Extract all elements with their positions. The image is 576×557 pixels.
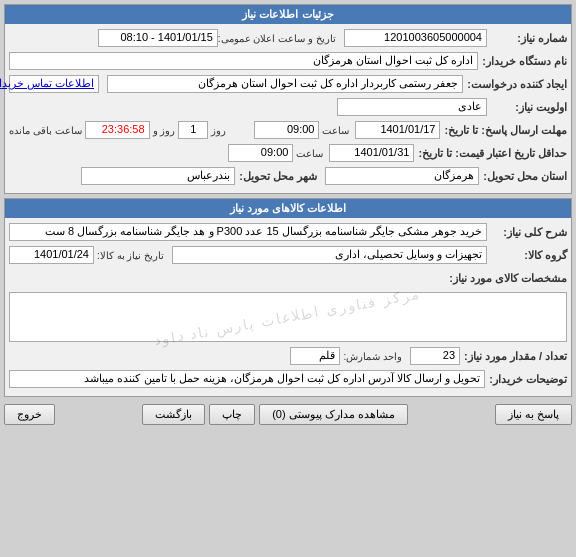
notes-row: توضیحات خریدار: تحویل و ارسال کالا آدرس … — [9, 369, 567, 389]
invoice-label: شماره نیاز: — [487, 32, 567, 45]
qty-row: تعداد / مقدار مورد نیاز: 23 واحد شمارش: … — [9, 346, 567, 366]
requester-label: نام دستگاه خریدار: — [478, 55, 567, 68]
priority-label: اولویت نیاز: — [487, 101, 567, 114]
send-to-row: حداقل تاریخ اعتبار قیمت: تا تاریخ: 1401/… — [9, 143, 567, 163]
request-origin-label: ایجاد کننده درخواست: — [463, 78, 567, 91]
goods-section: اطلاعات کالاهای مورد نیاز شرح کلی نیاز: … — [4, 198, 572, 397]
print-button[interactable]: چاپ — [209, 404, 255, 425]
top-section-header: جزئیات اطلاعات نیاز — [5, 5, 571, 24]
send-to-time: 09:00 — [228, 144, 293, 162]
goods-group-date-value: 1401/01/24 — [9, 246, 94, 264]
watermark-text: مرکز فناوری اطلاعات پارس ناد داود — [153, 286, 423, 349]
middle-buttons: مشاهده مدارک پیوستی (0) چاپ بازگشت — [142, 404, 408, 425]
delivery-city-value: بندرعباس — [81, 167, 235, 185]
notes-label: توضیحات خریدار: — [485, 373, 567, 386]
contact-info-link[interactable]: اطلاعات تماس خریدار — [9, 75, 99, 93]
send-to-label: حداقل تاریخ اعتبار قیمت: تا تاریخ: — [414, 147, 567, 160]
requester-row: نام دستگاه خریدار: اداره کل ثبت احوال اس… — [9, 51, 567, 71]
send-from-label: مهلت ارسال پاسخ: تا تاریخ: — [440, 124, 567, 137]
unit-label: واحد شمارش: — [343, 351, 402, 362]
priority-value: عادی — [337, 98, 487, 116]
goods-type-row: شرح کلی نیاز: خرید جوهر مشکی جایگر شناسن… — [9, 222, 567, 242]
goods-section-body: شرح کلی نیاز: خرید جوهر مشکی جایگر شناسن… — [5, 218, 571, 396]
delivery-state-label: استان محل تحویل: — [479, 170, 567, 183]
send-to-time-label: ساعت — [296, 148, 323, 159]
request-origin-row: ایجاد کننده درخواست: جعفر رستمی کاربردار… — [9, 74, 567, 94]
goods-section-header: اطلاعات کالاهای مورد نیاز — [5, 199, 571, 218]
date-value: 1401/01/15 - 08:10 — [98, 29, 218, 47]
top-section-body: شماره نیاز: 1201003605000004 تاریخ و ساع… — [5, 24, 571, 193]
date-label: تاریخ و ساعت اعلان عمومی: — [218, 33, 336, 44]
unit-value: قلم — [290, 347, 340, 365]
requester-value: اداره کل ثبت احوال استان هرمزگان — [9, 52, 478, 70]
delivery-city-label: شهر محل تحویل: — [235, 170, 317, 183]
goods-group-label: گروه کالا: — [487, 249, 567, 262]
request-origin-value: جعفر رستمی کاربردار اداره کل ثبت احوال ا… — [107, 75, 463, 93]
invoice-row: شماره نیاز: 1201003605000004 تاریخ و ساع… — [9, 28, 567, 48]
remaining-time-label: روز و — [153, 125, 176, 136]
notes-value: تحویل و ارسال کالا آدرس اداره کل ثبت احو… — [9, 370, 485, 388]
send-from-time: 09:00 — [254, 121, 319, 139]
qty-value: 23 — [410, 347, 460, 365]
delivery-row: استان محل تحویل: هرمزگان شهر محل تحویل: … — [9, 166, 567, 186]
delivery-state-value: هرمزگان — [325, 167, 479, 185]
main-container: جزئیات اطلاعات نیاز شماره نیاز: 12010036… — [0, 0, 576, 432]
answer-button[interactable]: پاسخ به نیاز — [495, 404, 572, 425]
goods-group-row: گروه کالا: تجهیزات و وسایل تحصیلی، اداری… — [9, 245, 567, 265]
goods-detail-label: مشخصات کالای مورد نیاز: — [445, 272, 567, 285]
send-to-date: 1401/01/31 — [329, 144, 414, 162]
send-from-date: 1401/01/17 — [355, 121, 440, 139]
priority-row: اولویت نیاز: عادی — [9, 97, 567, 117]
remaining-time: 23:36:58 — [85, 121, 150, 139]
goods-detail-area: مرکز فناوری اطلاعات پارس ناد داود — [9, 292, 567, 342]
qty-label: تعداد / مقدار مورد نیاز: — [460, 350, 567, 363]
buttons-row: پاسخ به نیاز مشاهده مدارک پیوستی (0) چاپ… — [4, 401, 572, 428]
exit-button[interactable]: خروج — [4, 404, 55, 425]
goods-type-value: خرید جوهر مشکی جایگر شناسنامه بزرگسال 15… — [9, 223, 487, 241]
goods-type-label: شرح کلی نیاز: — [487, 226, 567, 239]
invoice-value: 1201003605000004 — [344, 29, 487, 47]
goods-detail-label-row: مشخصات کالای مورد نیاز: — [9, 268, 567, 288]
remaining-value: 1 — [178, 121, 208, 139]
remaining-label: روز — [211, 125, 226, 136]
send-from-time-label: ساعت — [322, 125, 349, 136]
goods-group-value: تجهیزات و وسایل تحصیلی، اداری — [172, 246, 487, 264]
send-from-row: مهلت ارسال پاسخ: تا تاریخ: 1401/01/17 سا… — [9, 120, 567, 140]
goods-group-date-label: تاریخ نیاز به کالا: — [97, 250, 164, 261]
top-section: جزئیات اطلاعات نیاز شماره نیاز: 12010036… — [4, 4, 572, 194]
remaining-suffix: ساعت باقی مانده — [9, 125, 82, 136]
back-button[interactable]: بازگشت — [142, 404, 205, 425]
view-button[interactable]: مشاهده مدارک پیوستی (0) — [259, 404, 408, 425]
